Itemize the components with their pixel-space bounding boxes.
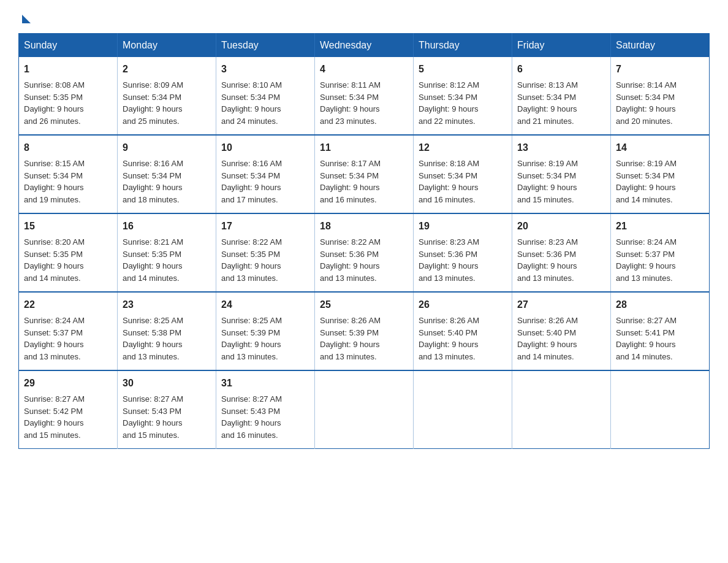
day-info: Sunrise: 8:15 AMSunset: 5:34 PMDaylight:… xyxy=(24,159,85,204)
day-number: 7 xyxy=(616,62,704,77)
logo-general-text xyxy=(18,12,31,23)
calendar-cell: 10 Sunrise: 8:16 AMSunset: 5:34 PMDaylig… xyxy=(216,135,315,213)
day-number: 14 xyxy=(616,140,704,155)
calendar-cell: 11 Sunrise: 8:17 AMSunset: 5:34 PMDaylig… xyxy=(315,135,414,213)
calendar-cell: 4 Sunrise: 8:11 AMSunset: 5:34 PMDayligh… xyxy=(315,57,414,135)
calendar-cell xyxy=(315,370,414,449)
calendar-cell: 30 Sunrise: 8:27 AMSunset: 5:43 PMDaylig… xyxy=(118,370,216,449)
calendar-table: SundayMondayTuesdayWednesdayThursdayFrid… xyxy=(18,33,710,449)
calendar-cell: 1 Sunrise: 8:08 AMSunset: 5:35 PMDayligh… xyxy=(19,57,118,135)
calendar-header-friday: Friday xyxy=(512,34,611,58)
day-info: Sunrise: 8:24 AMSunset: 5:37 PMDaylight:… xyxy=(616,237,677,283)
calendar-header-saturday: Saturday xyxy=(611,34,710,58)
calendar-cell xyxy=(414,370,512,449)
calendar-cell: 26 Sunrise: 8:26 AMSunset: 5:40 PMDaylig… xyxy=(414,292,512,370)
day-number: 5 xyxy=(419,62,507,77)
day-number: 31 xyxy=(221,376,309,391)
calendar-cell: 8 Sunrise: 8:15 AMSunset: 5:34 PMDayligh… xyxy=(19,135,118,213)
calendar-header-wednesday: Wednesday xyxy=(315,34,414,58)
calendar-header-thursday: Thursday xyxy=(414,34,512,58)
calendar-cell: 6 Sunrise: 8:13 AMSunset: 5:34 PMDayligh… xyxy=(512,57,611,135)
day-number: 2 xyxy=(123,62,211,77)
day-info: Sunrise: 8:26 AMSunset: 5:39 PMDaylight:… xyxy=(320,316,381,361)
day-info: Sunrise: 8:27 AMSunset: 5:43 PMDaylight:… xyxy=(123,394,183,440)
day-number: 11 xyxy=(320,140,408,155)
calendar-cell: 23 Sunrise: 8:25 AMSunset: 5:38 PMDaylig… xyxy=(118,292,216,370)
calendar-cell: 13 Sunrise: 8:19 AMSunset: 5:34 PMDaylig… xyxy=(512,135,611,213)
day-number: 27 xyxy=(517,297,605,312)
day-info: Sunrise: 8:10 AMSunset: 5:34 PMDaylight:… xyxy=(221,80,282,126)
calendar-cell: 28 Sunrise: 8:27 AMSunset: 5:41 PMDaylig… xyxy=(611,292,710,370)
day-number: 30 xyxy=(123,376,211,391)
day-number: 29 xyxy=(24,376,112,391)
calendar-cell: 19 Sunrise: 8:23 AMSunset: 5:36 PMDaylig… xyxy=(414,213,512,292)
day-number: 25 xyxy=(320,297,408,312)
day-number: 1 xyxy=(24,62,112,77)
day-info: Sunrise: 8:26 AMSunset: 5:40 PMDaylight:… xyxy=(517,316,578,361)
calendar-cell: 31 Sunrise: 8:27 AMSunset: 5:43 PMDaylig… xyxy=(216,370,315,449)
calendar-cell: 17 Sunrise: 8:22 AMSunset: 5:35 PMDaylig… xyxy=(216,213,315,292)
calendar-cell: 15 Sunrise: 8:20 AMSunset: 5:35 PMDaylig… xyxy=(19,213,118,292)
page-header xyxy=(18,12,710,21)
calendar-cell: 20 Sunrise: 8:23 AMSunset: 5:36 PMDaylig… xyxy=(512,213,611,292)
day-number: 12 xyxy=(419,140,507,155)
day-number: 16 xyxy=(123,219,211,234)
day-info: Sunrise: 8:17 AMSunset: 5:34 PMDaylight:… xyxy=(320,159,381,204)
day-info: Sunrise: 8:18 AMSunset: 5:34 PMDaylight:… xyxy=(419,159,479,204)
logo xyxy=(18,12,31,21)
calendar-header-row: SundayMondayTuesdayWednesdayThursdayFrid… xyxy=(19,34,710,58)
day-info: Sunrise: 8:12 AMSunset: 5:34 PMDaylight:… xyxy=(419,80,479,126)
calendar-header-tuesday: Tuesday xyxy=(216,34,315,58)
calendar-week-row: 15 Sunrise: 8:20 AMSunset: 5:35 PMDaylig… xyxy=(19,213,710,292)
calendar-cell xyxy=(512,370,611,449)
day-info: Sunrise: 8:20 AMSunset: 5:35 PMDaylight:… xyxy=(24,237,85,283)
day-info: Sunrise: 8:26 AMSunset: 5:40 PMDaylight:… xyxy=(419,316,479,361)
calendar-cell: 2 Sunrise: 8:09 AMSunset: 5:34 PMDayligh… xyxy=(118,57,216,135)
calendar-cell: 9 Sunrise: 8:16 AMSunset: 5:34 PMDayligh… xyxy=(118,135,216,213)
day-number: 21 xyxy=(616,219,704,234)
day-number: 17 xyxy=(221,219,309,234)
calendar-cell: 12 Sunrise: 8:18 AMSunset: 5:34 PMDaylig… xyxy=(414,135,512,213)
calendar-cell: 14 Sunrise: 8:19 AMSunset: 5:34 PMDaylig… xyxy=(611,135,710,213)
day-info: Sunrise: 8:19 AMSunset: 5:34 PMDaylight:… xyxy=(517,159,578,204)
day-info: Sunrise: 8:16 AMSunset: 5:34 PMDaylight:… xyxy=(221,159,282,204)
day-number: 3 xyxy=(221,62,309,77)
calendar-cell: 24 Sunrise: 8:25 AMSunset: 5:39 PMDaylig… xyxy=(216,292,315,370)
day-info: Sunrise: 8:23 AMSunset: 5:36 PMDaylight:… xyxy=(517,237,578,283)
day-number: 18 xyxy=(320,219,408,234)
day-info: Sunrise: 8:22 AMSunset: 5:35 PMDaylight:… xyxy=(221,237,282,283)
calendar-cell: 25 Sunrise: 8:26 AMSunset: 5:39 PMDaylig… xyxy=(315,292,414,370)
day-info: Sunrise: 8:25 AMSunset: 5:39 PMDaylight:… xyxy=(221,316,282,361)
calendar-cell: 27 Sunrise: 8:26 AMSunset: 5:40 PMDaylig… xyxy=(512,292,611,370)
day-info: Sunrise: 8:09 AMSunset: 5:34 PMDaylight:… xyxy=(123,80,183,126)
calendar-week-row: 22 Sunrise: 8:24 AMSunset: 5:37 PMDaylig… xyxy=(19,292,710,370)
calendar-cell: 21 Sunrise: 8:24 AMSunset: 5:37 PMDaylig… xyxy=(611,213,710,292)
day-number: 22 xyxy=(24,297,112,312)
calendar-cell: 29 Sunrise: 8:27 AMSunset: 5:42 PMDaylig… xyxy=(19,370,118,449)
calendar-header-monday: Monday xyxy=(118,34,216,58)
day-info: Sunrise: 8:08 AMSunset: 5:35 PMDaylight:… xyxy=(24,80,85,126)
day-info: Sunrise: 8:13 AMSunset: 5:34 PMDaylight:… xyxy=(517,80,578,126)
logo-arrow-icon xyxy=(22,15,31,23)
day-number: 19 xyxy=(419,219,507,234)
day-number: 20 xyxy=(517,219,605,234)
day-number: 9 xyxy=(123,140,211,155)
day-info: Sunrise: 8:24 AMSunset: 5:37 PMDaylight:… xyxy=(24,316,85,361)
day-info: Sunrise: 8:27 AMSunset: 5:41 PMDaylight:… xyxy=(616,316,677,361)
calendar-week-row: 1 Sunrise: 8:08 AMSunset: 5:35 PMDayligh… xyxy=(19,57,710,135)
calendar-cell: 7 Sunrise: 8:14 AMSunset: 5:34 PMDayligh… xyxy=(611,57,710,135)
calendar-cell: 22 Sunrise: 8:24 AMSunset: 5:37 PMDaylig… xyxy=(19,292,118,370)
day-info: Sunrise: 8:19 AMSunset: 5:34 PMDaylight:… xyxy=(616,159,677,204)
day-number: 8 xyxy=(24,140,112,155)
day-number: 4 xyxy=(320,62,408,77)
day-info: Sunrise: 8:11 AMSunset: 5:34 PMDaylight:… xyxy=(320,80,381,126)
day-info: Sunrise: 8:16 AMSunset: 5:34 PMDaylight:… xyxy=(123,159,183,204)
calendar-cell: 16 Sunrise: 8:21 AMSunset: 5:35 PMDaylig… xyxy=(118,213,216,292)
day-info: Sunrise: 8:27 AMSunset: 5:43 PMDaylight:… xyxy=(221,394,282,440)
day-number: 6 xyxy=(517,62,605,77)
calendar-week-row: 8 Sunrise: 8:15 AMSunset: 5:34 PMDayligh… xyxy=(19,135,710,213)
day-info: Sunrise: 8:21 AMSunset: 5:35 PMDaylight:… xyxy=(123,237,183,283)
day-number: 24 xyxy=(221,297,309,312)
day-info: Sunrise: 8:25 AMSunset: 5:38 PMDaylight:… xyxy=(123,316,183,361)
day-info: Sunrise: 8:27 AMSunset: 5:42 PMDaylight:… xyxy=(24,394,85,440)
